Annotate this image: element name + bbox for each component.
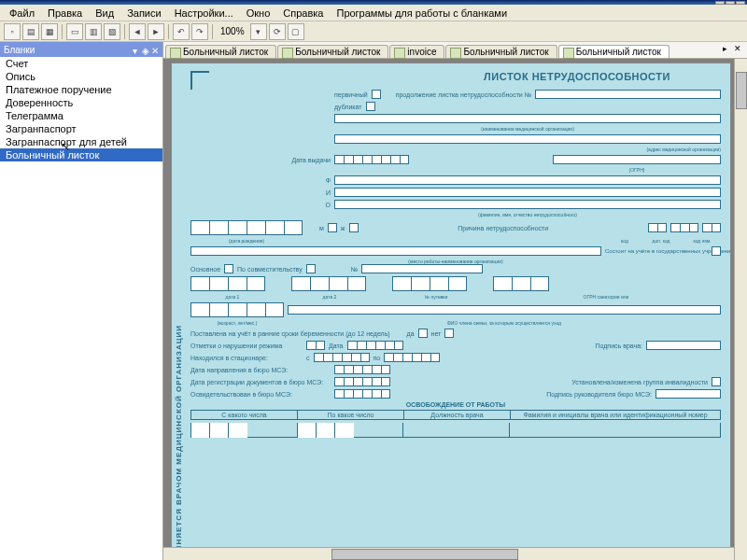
- sidebar-item[interactable]: Загранпаспорт: [0, 122, 162, 135]
- scrollbar-horizontal[interactable]: [163, 547, 734, 560]
- document-tab[interactable]: Больничный листок: [445, 45, 557, 58]
- cell-pos[interactable]: [403, 423, 510, 438]
- col-from: С какого числа: [190, 410, 298, 420]
- checkbox-main[interactable]: [224, 264, 233, 273]
- input-voucher[interactable]: [392, 276, 467, 291]
- tab-nav-icon[interactable]: ▸: [719, 44, 730, 55]
- input-name[interactable]: [334, 188, 721, 197]
- minimize-button[interactable]: [715, 1, 725, 5]
- menu-edit[interactable]: Правка: [42, 6, 88, 21]
- hint-code: код: [611, 238, 639, 244]
- document-tab[interactable]: invoice: [389, 45, 444, 58]
- input-reason-code[interactable]: [648, 223, 667, 232]
- input-continuation-num[interactable]: [535, 90, 721, 99]
- input-doctor-sign[interactable]: [646, 341, 721, 350]
- checkbox-zh[interactable]: [349, 223, 359, 232]
- document-canvas[interactable]: ЛНЯЕТСЯ ВРАЧОМ МЕДИЦИНСКОЙ ОРГАНИЗАЦИИ Л…: [163, 59, 747, 560]
- sidebar-item[interactable]: Телеграмма: [0, 109, 162, 122]
- document-tab[interactable]: Больничный листок: [165, 45, 276, 58]
- label-early: Поставлена на учёт в ранние сроки береме…: [190, 330, 390, 337]
- input-care-fio[interactable]: [288, 305, 721, 315]
- open-icon[interactable]: ▤: [22, 23, 39, 40]
- input-viol-date[interactable]: [347, 341, 403, 350]
- paste-icon[interactable]: ▧: [104, 23, 120, 40]
- label-zh: ж: [341, 225, 345, 231]
- input-mse-exam[interactable]: [334, 389, 390, 399]
- menu-records[interactable]: Записи: [121, 6, 167, 21]
- sidebar-item[interactable]: Опись: [0, 70, 162, 83]
- checkbox-no[interactable]: [444, 329, 454, 338]
- menu-settings[interactable]: Настройки...: [169, 6, 239, 21]
- refresh-icon[interactable]: ⟳: [269, 23, 286, 40]
- sidebar-item[interactable]: Больничный листок: [0, 148, 162, 161]
- input-mse-reg[interactable]: [334, 377, 390, 386]
- fit-icon[interactable]: ▢: [288, 23, 304, 40]
- close-button[interactable]: [736, 1, 745, 5]
- input-ogrn-san[interactable]: [493, 276, 549, 291]
- input-surname[interactable]: [334, 175, 721, 185]
- tab-close-icon[interactable]: ✕: [732, 44, 743, 55]
- input-hosp-from[interactable]: [314, 353, 370, 362]
- input-dob[interactable]: [190, 220, 303, 235]
- redo-icon[interactable]: ↷: [191, 23, 208, 40]
- input-mse-dir[interactable]: [334, 365, 390, 374]
- checkbox-primary[interactable]: [372, 90, 381, 99]
- document-tab[interactable]: Больничный листок: [558, 45, 669, 58]
- checkbox-registered[interactable]: [712, 246, 721, 256]
- sidebar-item[interactable]: Загранпаспорт для детей: [0, 135, 162, 148]
- input-disability[interactable]: [712, 377, 721, 386]
- form-title: ЛИСТОК НЕТРУДОСПОСОБНОСТИ: [433, 71, 721, 82]
- input-org[interactable]: [334, 114, 721, 123]
- hint-fio-care: ФИО члена семьи, за которым осуществляет…: [288, 320, 721, 326]
- menu-file[interactable]: Файл: [4, 6, 40, 21]
- zoom-dropdown-icon[interactable]: ▾: [250, 23, 267, 40]
- checkbox-m[interactable]: [328, 223, 337, 232]
- hint-ogrn: (ОГРН): [553, 167, 721, 173]
- checkbox-yes[interactable]: [418, 329, 428, 338]
- undo-icon[interactable]: ↶: [173, 23, 190, 40]
- sidebar-pin-icon[interactable]: ◈: [142, 46, 149, 53]
- scrollbar-vertical[interactable]: [734, 59, 747, 560]
- menu-view[interactable]: Вид: [90, 6, 120, 21]
- save-icon[interactable]: ▦: [41, 23, 58, 40]
- input-addr[interactable]: [334, 134, 721, 144]
- input-hosp-to[interactable]: [384, 353, 440, 362]
- sidebar-item[interactable]: Доверенность: [0, 96, 162, 109]
- prev-icon[interactable]: ◄: [129, 23, 146, 40]
- maximize-button[interactable]: [726, 1, 735, 5]
- sidebar-min-icon[interactable]: ▾: [133, 46, 140, 53]
- sidebar-item[interactable]: Платежное поручение: [0, 83, 162, 96]
- input-date-issue[interactable]: [334, 155, 409, 164]
- checkbox-combo[interactable]: [306, 264, 316, 273]
- next-icon[interactable]: ►: [148, 23, 164, 40]
- input-add-code[interactable]: [670, 223, 698, 232]
- label-viol: Отметки о нарушении режима: [190, 343, 303, 349]
- input-date2[interactable]: [291, 276, 366, 291]
- form-page: ЛНЯЕТСЯ ВРАЧОМ МЕДИЦИНСКОЙ ОРГАНИЗАЦИИ Л…: [171, 63, 731, 557]
- document-tab[interactable]: Больничный листок: [277, 45, 388, 58]
- input-workplace[interactable]: [190, 246, 601, 256]
- tab-bar: Больничный листокБольничный листокinvoic…: [163, 42, 747, 59]
- input-ogrn[interactable]: [553, 155, 721, 164]
- menu-window[interactable]: Окно: [241, 6, 276, 21]
- menu-help[interactable]: Справка: [277, 6, 329, 21]
- cell-doctor[interactable]: [510, 423, 721, 438]
- input-num[interactable]: [361, 264, 483, 273]
- input-viol-code[interactable]: [306, 341, 325, 350]
- copy-icon[interactable]: ▥: [85, 23, 102, 40]
- zoom-value[interactable]: 100%: [217, 26, 248, 36]
- checkbox-duplicate[interactable]: [366, 102, 375, 111]
- input-mse-head[interactable]: [655, 389, 721, 399]
- print-icon[interactable]: ▭: [66, 23, 83, 40]
- menu-programs[interactable]: Программы для работы с бланками: [331, 6, 513, 21]
- col-to: По какое число: [298, 410, 404, 420]
- sidebar-close-icon[interactable]: ✕: [151, 46, 159, 53]
- label-date-issue: Дата выдачи: [291, 157, 331, 163]
- new-icon[interactable]: ▫: [4, 23, 21, 40]
- label-i: И: [326, 189, 331, 196]
- input-care-age[interactable]: [190, 302, 284, 317]
- input-change-code[interactable]: [702, 223, 721, 232]
- input-patronymic[interactable]: [334, 200, 721, 209]
- input-date1[interactable]: [190, 276, 265, 291]
- sidebar-item[interactable]: Счет: [0, 57, 162, 70]
